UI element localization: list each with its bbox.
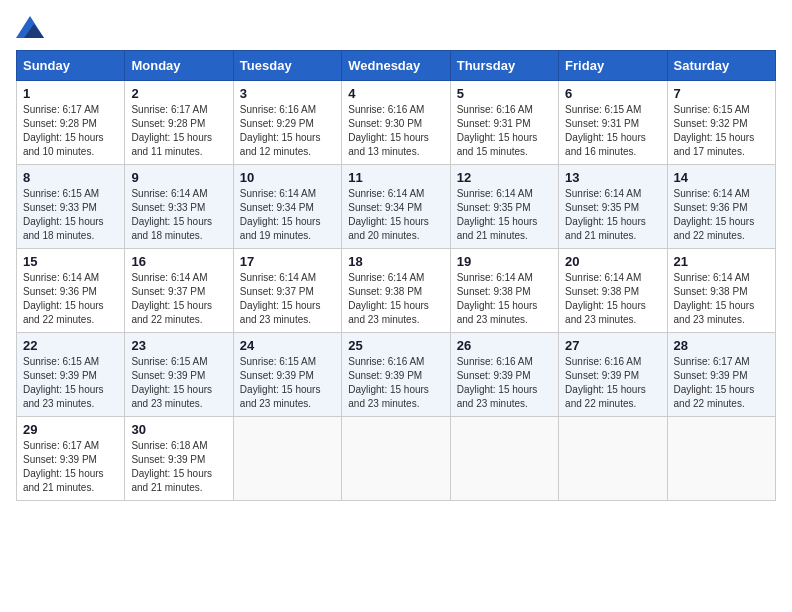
day-info: Sunrise: 6:14 AMSunset: 9:36 PMDaylight:…: [674, 187, 769, 243]
day-info: Sunrise: 6:15 AMSunset: 9:39 PMDaylight:…: [131, 355, 226, 411]
calendar-cell: 10Sunrise: 6:14 AMSunset: 9:34 PMDayligh…: [233, 165, 341, 249]
day-info: Sunrise: 6:15 AMSunset: 9:33 PMDaylight:…: [23, 187, 118, 243]
weekday-header: Tuesday: [233, 51, 341, 81]
day-number: 25: [348, 338, 443, 353]
calendar-cell: [667, 417, 775, 501]
day-info: Sunrise: 6:16 AMSunset: 9:39 PMDaylight:…: [348, 355, 443, 411]
calendar-cell: 13Sunrise: 6:14 AMSunset: 9:35 PMDayligh…: [559, 165, 667, 249]
calendar-cell: 8Sunrise: 6:15 AMSunset: 9:33 PMDaylight…: [17, 165, 125, 249]
weekday-header: Sunday: [17, 51, 125, 81]
day-number: 30: [131, 422, 226, 437]
day-number: 12: [457, 170, 552, 185]
day-info: Sunrise: 6:17 AMSunset: 9:39 PMDaylight:…: [23, 439, 118, 495]
day-number: 3: [240, 86, 335, 101]
calendar-cell: 23Sunrise: 6:15 AMSunset: 9:39 PMDayligh…: [125, 333, 233, 417]
calendar-week-row: 8Sunrise: 6:15 AMSunset: 9:33 PMDaylight…: [17, 165, 776, 249]
day-info: Sunrise: 6:17 AMSunset: 9:39 PMDaylight:…: [674, 355, 769, 411]
weekday-header: Saturday: [667, 51, 775, 81]
calendar-cell: 4Sunrise: 6:16 AMSunset: 9:30 PMDaylight…: [342, 81, 450, 165]
day-info: Sunrise: 6:14 AMSunset: 9:38 PMDaylight:…: [674, 271, 769, 327]
calendar-cell: 26Sunrise: 6:16 AMSunset: 9:39 PMDayligh…: [450, 333, 558, 417]
logo: [16, 16, 48, 38]
calendar-cell: [559, 417, 667, 501]
day-number: 29: [23, 422, 118, 437]
day-number: 23: [131, 338, 226, 353]
day-number: 21: [674, 254, 769, 269]
day-info: Sunrise: 6:14 AMSunset: 9:34 PMDaylight:…: [348, 187, 443, 243]
day-number: 15: [23, 254, 118, 269]
weekday-header: Wednesday: [342, 51, 450, 81]
calendar-cell: 3Sunrise: 6:16 AMSunset: 9:29 PMDaylight…: [233, 81, 341, 165]
calendar-week-row: 1Sunrise: 6:17 AMSunset: 9:28 PMDaylight…: [17, 81, 776, 165]
calendar-cell: 2Sunrise: 6:17 AMSunset: 9:28 PMDaylight…: [125, 81, 233, 165]
calendar-cell: [233, 417, 341, 501]
day-info: Sunrise: 6:18 AMSunset: 9:39 PMDaylight:…: [131, 439, 226, 495]
calendar-cell: 6Sunrise: 6:15 AMSunset: 9:31 PMDaylight…: [559, 81, 667, 165]
day-info: Sunrise: 6:16 AMSunset: 9:31 PMDaylight:…: [457, 103, 552, 159]
day-info: Sunrise: 6:16 AMSunset: 9:39 PMDaylight:…: [565, 355, 660, 411]
weekday-header: Monday: [125, 51, 233, 81]
calendar-cell: 1Sunrise: 6:17 AMSunset: 9:28 PMDaylight…: [17, 81, 125, 165]
day-info: Sunrise: 6:15 AMSunset: 9:31 PMDaylight:…: [565, 103, 660, 159]
calendar-cell: 9Sunrise: 6:14 AMSunset: 9:33 PMDaylight…: [125, 165, 233, 249]
day-number: 27: [565, 338, 660, 353]
logo-icon: [16, 16, 44, 38]
calendar-cell: 29Sunrise: 6:17 AMSunset: 9:39 PMDayligh…: [17, 417, 125, 501]
day-info: Sunrise: 6:16 AMSunset: 9:29 PMDaylight:…: [240, 103, 335, 159]
weekday-header: Friday: [559, 51, 667, 81]
day-number: 7: [674, 86, 769, 101]
day-info: Sunrise: 6:15 AMSunset: 9:39 PMDaylight:…: [23, 355, 118, 411]
day-number: 6: [565, 86, 660, 101]
day-number: 4: [348, 86, 443, 101]
day-number: 19: [457, 254, 552, 269]
day-info: Sunrise: 6:14 AMSunset: 9:37 PMDaylight:…: [240, 271, 335, 327]
day-number: 20: [565, 254, 660, 269]
calendar-cell: 20Sunrise: 6:14 AMSunset: 9:38 PMDayligh…: [559, 249, 667, 333]
day-info: Sunrise: 6:14 AMSunset: 9:38 PMDaylight:…: [348, 271, 443, 327]
calendar-cell: 18Sunrise: 6:14 AMSunset: 9:38 PMDayligh…: [342, 249, 450, 333]
calendar-cell: [342, 417, 450, 501]
calendar-week-row: 22Sunrise: 6:15 AMSunset: 9:39 PMDayligh…: [17, 333, 776, 417]
day-info: Sunrise: 6:14 AMSunset: 9:38 PMDaylight:…: [565, 271, 660, 327]
day-number: 17: [240, 254, 335, 269]
calendar-header-row: SundayMondayTuesdayWednesdayThursdayFrid…: [17, 51, 776, 81]
calendar-cell: 5Sunrise: 6:16 AMSunset: 9:31 PMDaylight…: [450, 81, 558, 165]
calendar-cell: 24Sunrise: 6:15 AMSunset: 9:39 PMDayligh…: [233, 333, 341, 417]
day-info: Sunrise: 6:14 AMSunset: 9:35 PMDaylight:…: [457, 187, 552, 243]
calendar-cell: 17Sunrise: 6:14 AMSunset: 9:37 PMDayligh…: [233, 249, 341, 333]
day-info: Sunrise: 6:14 AMSunset: 9:36 PMDaylight:…: [23, 271, 118, 327]
calendar-cell: 19Sunrise: 6:14 AMSunset: 9:38 PMDayligh…: [450, 249, 558, 333]
day-number: 11: [348, 170, 443, 185]
day-info: Sunrise: 6:14 AMSunset: 9:34 PMDaylight:…: [240, 187, 335, 243]
calendar-cell: 12Sunrise: 6:14 AMSunset: 9:35 PMDayligh…: [450, 165, 558, 249]
day-info: Sunrise: 6:15 AMSunset: 9:39 PMDaylight:…: [240, 355, 335, 411]
day-info: Sunrise: 6:15 AMSunset: 9:32 PMDaylight:…: [674, 103, 769, 159]
day-number: 13: [565, 170, 660, 185]
day-info: Sunrise: 6:16 AMSunset: 9:30 PMDaylight:…: [348, 103, 443, 159]
day-number: 24: [240, 338, 335, 353]
day-info: Sunrise: 6:14 AMSunset: 9:35 PMDaylight:…: [565, 187, 660, 243]
calendar-cell: 14Sunrise: 6:14 AMSunset: 9:36 PMDayligh…: [667, 165, 775, 249]
day-info: Sunrise: 6:17 AMSunset: 9:28 PMDaylight:…: [23, 103, 118, 159]
calendar-cell: 30Sunrise: 6:18 AMSunset: 9:39 PMDayligh…: [125, 417, 233, 501]
calendar-cell: 15Sunrise: 6:14 AMSunset: 9:36 PMDayligh…: [17, 249, 125, 333]
day-number: 28: [674, 338, 769, 353]
calendar-cell: 25Sunrise: 6:16 AMSunset: 9:39 PMDayligh…: [342, 333, 450, 417]
day-info: Sunrise: 6:16 AMSunset: 9:39 PMDaylight:…: [457, 355, 552, 411]
day-number: 14: [674, 170, 769, 185]
calendar-cell: 27Sunrise: 6:16 AMSunset: 9:39 PMDayligh…: [559, 333, 667, 417]
day-number: 16: [131, 254, 226, 269]
day-info: Sunrise: 6:14 AMSunset: 9:33 PMDaylight:…: [131, 187, 226, 243]
day-number: 18: [348, 254, 443, 269]
day-number: 2: [131, 86, 226, 101]
calendar-table: SundayMondayTuesdayWednesdayThursdayFrid…: [16, 50, 776, 501]
calendar-cell: 7Sunrise: 6:15 AMSunset: 9:32 PMDaylight…: [667, 81, 775, 165]
day-number: 10: [240, 170, 335, 185]
day-number: 8: [23, 170, 118, 185]
day-info: Sunrise: 6:14 AMSunset: 9:38 PMDaylight:…: [457, 271, 552, 327]
calendar-cell: 16Sunrise: 6:14 AMSunset: 9:37 PMDayligh…: [125, 249, 233, 333]
day-number: 26: [457, 338, 552, 353]
calendar-cell: 11Sunrise: 6:14 AMSunset: 9:34 PMDayligh…: [342, 165, 450, 249]
day-number: 1: [23, 86, 118, 101]
day-number: 9: [131, 170, 226, 185]
